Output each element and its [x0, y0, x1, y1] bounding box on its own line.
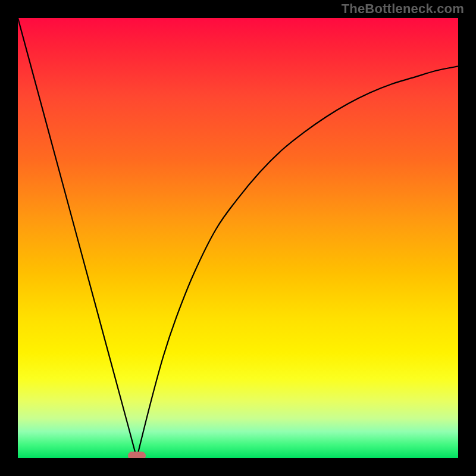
optimal-point-marker: [128, 452, 146, 458]
series-left-branch: [18, 18, 137, 458]
plot-area: [18, 18, 458, 458]
watermark-text: TheBottleneck.com: [342, 1, 464, 17]
chart-frame: TheBottleneck.com: [0, 0, 476, 476]
series-right-branch: [137, 66, 458, 458]
curve-layer: [18, 18, 458, 458]
bottleneck-curve: [18, 18, 458, 458]
